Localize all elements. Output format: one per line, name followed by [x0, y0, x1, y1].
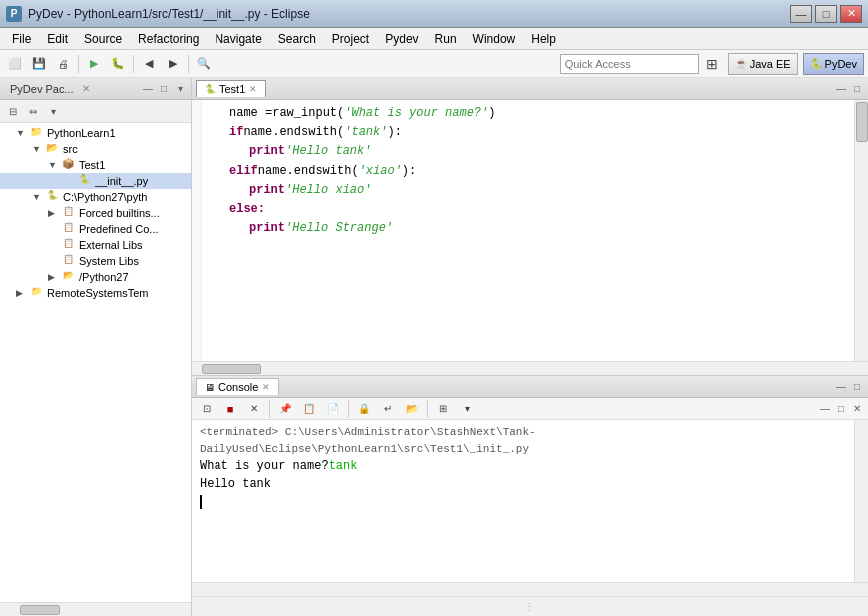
console-view-max[interactable]: □	[834, 402, 848, 416]
console-pin-btn[interactable]: 📌	[274, 398, 296, 420]
title-bar: P PyDev - PythonLearn1/src/Test1/__init_…	[0, 0, 868, 28]
toolbar-run[interactable]: ▶	[83, 53, 105, 75]
tree-item-src[interactable]: ▼ 📂 src	[0, 141, 191, 157]
console-stop-btn[interactable]: ■	[219, 398, 241, 420]
console-controls: — □	[834, 380, 864, 394]
link-editor-btn[interactable]: ⇔	[24, 102, 42, 120]
maximize-button[interactable]: □	[815, 5, 837, 23]
console-tab-close-btn[interactable]: ✕	[262, 382, 270, 392]
toolbar-back[interactable]: ◀	[138, 53, 160, 75]
separator-1	[78, 55, 79, 73]
editor-tab-test1[interactable]: 🐍 Test1 ✕	[196, 80, 266, 97]
console-vscroll[interactable]	[854, 420, 868, 582]
tree-item-pythonlearn1[interactable]: ▼ 📁 PythonLearn1	[0, 125, 191, 141]
menu-navigate[interactable]: Navigate	[207, 30, 269, 48]
console-hscroll[interactable]	[192, 582, 868, 596]
editor-tab-close-btn[interactable]: ✕	[249, 84, 257, 94]
code-area[interactable]: name =raw_input('What is your name?') if…	[202, 100, 854, 361]
text-cursor	[200, 495, 202, 509]
menu-file[interactable]: File	[4, 30, 39, 48]
toolbar-fwd[interactable]: ▶	[162, 53, 184, 75]
menu-edit[interactable]: Edit	[39, 30, 76, 48]
menu-project[interactable]: Project	[324, 30, 377, 48]
menu-search[interactable]: Search	[270, 30, 324, 48]
code-line-1: name =raw_input('What is your name?')	[210, 104, 846, 123]
tree-item-init-py[interactable]: 🐍 __init__.py	[0, 173, 191, 189]
toolbar-search[interactable]: 🔍	[193, 53, 215, 75]
menu-refactoring[interactable]: Refactoring	[130, 30, 207, 48]
code-line-2: if name.endswith('tank'):	[210, 123, 846, 142]
pydev-packages-tab[interactable]: PyDev Pac...	[4, 81, 80, 97]
console-text[interactable]: <terminated> C:\Users\Administrator\Stas…	[192, 420, 854, 582]
console-tab[interactable]: 🖥 Console ✕	[196, 378, 279, 395]
toolbar: ⬜ 💾 🖨 ▶ 🐛 ◀ ▶ 🔍 ⊞ ☕ Java EE 🐍 PyDev	[0, 50, 868, 78]
console-cursor-line	[200, 493, 846, 511]
editor-hscroll-thumb[interactable]	[202, 364, 261, 374]
editor-max-btn[interactable]: □	[850, 82, 864, 96]
perspective-pydev[interactable]: 🐍 PyDev	[803, 53, 864, 75]
panel-maximize-btn[interactable]: □	[157, 82, 171, 96]
right-area: 🐍 Test1 ✕ — □ name =raw_input('What is y…	[192, 78, 868, 616]
separator-3	[188, 55, 189, 73]
quick-access-box[interactable]	[560, 54, 699, 74]
quick-access-input[interactable]	[565, 58, 694, 70]
forced-icon: 📋	[60, 206, 76, 220]
tree-item-predefined[interactable]: 📋 Predefined Co...	[0, 221, 191, 237]
tree-item-extlibs[interactable]: 📋 External Libs	[0, 237, 191, 253]
panel-menu-btn[interactable]: ▾	[173, 82, 187, 96]
console-clear-btn[interactable]: ⊡	[196, 398, 217, 420]
console-new-btn[interactable]: ⊞	[432, 398, 454, 420]
editor-min-btn[interactable]: —	[834, 82, 848, 96]
collapse-all-btn[interactable]: ⊟	[4, 102, 22, 120]
left-panel-hscroll[interactable]	[0, 602, 191, 616]
minimize-button[interactable]: —	[790, 5, 812, 23]
console-paste-btn[interactable]: 📄	[322, 398, 344, 420]
tree-menu-btn[interactable]: ▾	[44, 102, 62, 120]
editor-vscroll[interactable]	[854, 100, 868, 361]
console-copy-btn[interactable]: 📋	[298, 398, 320, 420]
menu-window[interactable]: Window	[465, 30, 524, 48]
editor-tab-bar: 🐍 Test1 ✕ — □	[192, 78, 868, 100]
tree-item-syslibs[interactable]: 📋 System Libs	[0, 253, 191, 269]
console-min-btn[interactable]: —	[834, 380, 848, 394]
menu-run[interactable]: Run	[427, 30, 465, 48]
editor-hscroll[interactable]	[192, 361, 868, 375]
console-scroll-lock-btn[interactable]: 🔒	[353, 398, 375, 420]
tab-close-icon[interactable]: ✕	[82, 83, 90, 94]
console-view-min[interactable]: —	[818, 402, 832, 416]
tree-item-python-interp[interactable]: ▼ 🐍 C:\Python27\pyth	[0, 189, 191, 205]
console-dropdown-btn[interactable]: ▾	[456, 398, 478, 420]
menu-pydev[interactable]: Pydev	[377, 30, 426, 48]
toolbar-print[interactable]: 🖨	[52, 53, 74, 75]
perspective-java-ee[interactable]: ☕ Java EE	[728, 53, 798, 75]
console-open-file-btn[interactable]: 📂	[401, 398, 423, 420]
console-view-close[interactable]: ✕	[850, 402, 864, 416]
toolbar-perspective-icon[interactable]: ⊞	[701, 53, 723, 75]
menu-help[interactable]: Help	[523, 30, 564, 48]
console-remove-btn[interactable]: ✕	[243, 398, 265, 420]
close-button[interactable]: ✕	[840, 5, 862, 23]
toolbar-save[interactable]: 💾	[28, 53, 50, 75]
console-output-2: Hello tank	[200, 475, 846, 493]
menu-source[interactable]: Source	[76, 30, 130, 48]
hscroll-thumb[interactable]	[20, 605, 60, 615]
tree-item-python27[interactable]: ▶ 📂 /Python27	[0, 269, 191, 285]
src-folder-icon: 📂	[44, 142, 60, 156]
toolbar-new[interactable]: ⬜	[4, 53, 26, 75]
panel-minimize-btn[interactable]: —	[141, 82, 155, 96]
code-line-5: print 'Hello xiao'	[210, 181, 846, 200]
console-toolbar: ⊡ ■ ✕ 📌 📋 📄 🔒 ↵ 📂 ⊞ ▾ — □ ✕	[192, 398, 868, 420]
editor-tab-icon: 🐍	[205, 84, 216, 94]
code-line-3: print 'Hello tank'	[210, 142, 846, 161]
status-dot-indicator: ⋮	[524, 601, 537, 612]
toolbar-debug[interactable]: 🐛	[107, 53, 129, 75]
editor-content: name =raw_input('What is your name?') if…	[192, 100, 868, 361]
status-dots: ⋮	[192, 596, 868, 616]
left-panel-tab-bar: PyDev Pac... ✕ — □ ▾	[0, 78, 191, 100]
console-max-btn[interactable]: □	[850, 380, 864, 394]
tree-item-test1[interactable]: ▼ 📦 Test1	[0, 157, 191, 173]
tree-item-forced[interactable]: ▶ 📋 Forced builtins...	[0, 205, 191, 221]
vscroll-thumb[interactable]	[856, 102, 868, 142]
console-word-wrap-btn[interactable]: ↵	[377, 398, 399, 420]
tree-item-remote[interactable]: ▶ 📁 RemoteSystemsTem	[0, 285, 191, 301]
